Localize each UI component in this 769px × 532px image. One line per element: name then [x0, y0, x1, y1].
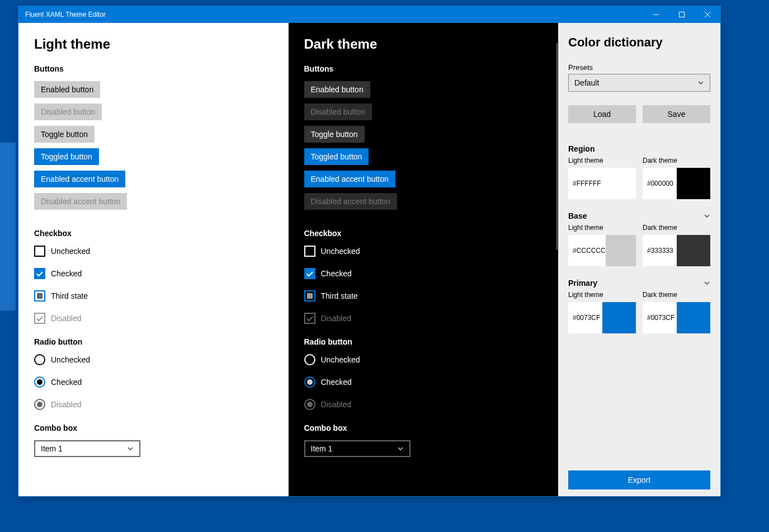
enabled-accent-button[interactable]: Enabled accent button — [304, 171, 395, 187]
radio-checked[interactable]: Checked — [304, 376, 543, 388]
checkbox-third-icon — [34, 290, 45, 302]
checkbox-unchecked[interactable]: Unchecked — [304, 246, 543, 257]
color-chip — [602, 302, 636, 333]
color-dictionary-title: Color dictionary — [568, 35, 710, 50]
enabled-accent-button[interactable]: Enabled accent button — [34, 171, 125, 187]
window-title: Fluent XAML Theme Editor — [18, 11, 643, 18]
checkbox-checked-icon — [34, 268, 45, 279]
chevron-down-icon — [127, 445, 134, 452]
checkbox-checked[interactable]: Checked — [304, 268, 543, 279]
combo-selected: Item 1 — [311, 444, 333, 453]
radio-label: Checked — [51, 378, 82, 387]
export-button[interactable]: Export — [568, 470, 710, 489]
app-window: Fluent XAML Theme Editor Light theme But… — [18, 6, 721, 497]
color-dictionary-panel: Color dictionary Presets Default Load Sa… — [558, 23, 720, 496]
radio-checked[interactable]: Checked — [34, 376, 273, 388]
radio-checked-icon — [304, 376, 315, 388]
primary-dark-label: Dark theme — [643, 291, 710, 299]
combo-box[interactable]: Item 1 — [34, 440, 140, 457]
dark-theme-title: Dark theme — [304, 36, 543, 52]
radio-unchecked[interactable]: Unchecked — [304, 354, 543, 365]
chevron-down-icon — [704, 213, 710, 219]
section-checkbox: Checkbox — [34, 229, 273, 238]
enabled-button[interactable]: Enabled button — [304, 81, 370, 98]
radio-icon — [34, 354, 45, 365]
checkbox-label: Third state — [321, 291, 358, 300]
svg-rect-1 — [680, 12, 685, 17]
radio-disabled-icon — [34, 399, 45, 410]
close-button[interactable] — [695, 6, 720, 23]
section-buttons: Buttons — [34, 64, 273, 73]
region-light-label: Light theme — [568, 157, 636, 164]
radio-label: Disabled — [51, 400, 81, 409]
checkbox-label: Disabled — [321, 314, 351, 323]
radio-label: Unchecked — [321, 355, 360, 364]
primary-light-swatch[interactable]: #0073CF — [568, 302, 636, 333]
base-light-label: Light theme — [568, 224, 636, 232]
checkbox-disabled: Disabled — [304, 313, 543, 324]
region-dark-swatch[interactable]: #000000 — [643, 168, 710, 199]
checkbox-unchecked[interactable]: Unchecked — [34, 246, 273, 257]
checkbox-disabled: Disabled — [34, 313, 273, 324]
disabled-button: Disabled button — [34, 103, 102, 120]
section-buttons: Buttons — [304, 64, 543, 73]
checkbox-label: Disabled — [51, 314, 81, 323]
base-heading[interactable]: Base — [568, 211, 710, 220]
checkbox-checked[interactable]: Checked — [34, 268, 273, 279]
region-dark-label: Dark theme — [643, 157, 710, 164]
maximize-button[interactable] — [669, 6, 695, 23]
checkbox-label: Unchecked — [51, 247, 90, 256]
presets-select[interactable]: Default — [568, 74, 710, 92]
radio-disabled-icon — [304, 399, 315, 410]
region-light-swatch[interactable]: #FFFFFF — [568, 168, 636, 199]
toggled-button[interactable]: Toggled button — [304, 148, 369, 165]
save-button[interactable]: Save — [643, 105, 710, 123]
load-button[interactable]: Load — [568, 105, 636, 123]
chevron-down-icon — [397, 445, 404, 452]
chevron-down-icon — [704, 280, 710, 286]
minimize-button[interactable] — [643, 6, 669, 23]
checkbox-icon — [34, 246, 45, 257]
checkbox-disabled-icon — [304, 313, 315, 324]
checkbox-label: Third state — [51, 291, 88, 300]
checkbox-third[interactable]: Third state — [304, 290, 543, 302]
disabled-accent-button: Disabled accent button — [304, 193, 397, 210]
base-light-swatch[interactable]: #CCCCCC — [568, 235, 636, 266]
checkbox-icon — [304, 246, 315, 257]
radio-unchecked[interactable]: Unchecked — [34, 354, 273, 365]
disabled-button: Disabled button — [304, 103, 372, 120]
checkbox-third-icon — [304, 290, 315, 302]
base-dark-swatch[interactable]: #333333 — [643, 235, 710, 266]
radio-label: Checked — [321, 378, 352, 387]
checkbox-label: Checked — [321, 269, 352, 278]
base-dark-label: Dark theme — [643, 224, 710, 232]
dark-theme-panel: Dark theme Buttons Enabled button Disabl… — [289, 23, 559, 496]
presets-label: Presets — [568, 63, 710, 72]
toggled-button[interactable]: Toggled button — [34, 148, 99, 165]
checkbox-label: Checked — [51, 269, 82, 278]
checkbox-third[interactable]: Third state — [34, 290, 273, 302]
titlebar: Fluent XAML Theme Editor — [18, 6, 720, 23]
checkbox-checked-icon — [304, 268, 315, 279]
enabled-button[interactable]: Enabled button — [34, 81, 100, 98]
combo-box[interactable]: Item 1 — [304, 440, 411, 457]
radio-label: Disabled — [321, 400, 351, 409]
combo-selected: Item 1 — [41, 444, 63, 453]
primary-light-label: Light theme — [568, 291, 636, 299]
color-chip — [677, 168, 711, 199]
toggle-button[interactable]: Toggle button — [304, 126, 365, 143]
disabled-accent-button: Disabled accent button — [34, 193, 127, 210]
radio-disabled: Disabled — [34, 399, 273, 410]
checkbox-disabled-icon — [34, 313, 45, 324]
radio-checked-icon — [34, 376, 45, 388]
primary-dark-swatch[interactable]: #0073CF — [643, 302, 710, 333]
radio-icon — [304, 354, 315, 365]
toggle-button[interactable]: Toggle button — [34, 126, 95, 143]
section-radio: Radio button — [34, 337, 273, 346]
color-chip — [677, 235, 711, 266]
color-chip — [677, 302, 711, 333]
primary-heading[interactable]: Primary — [568, 279, 710, 288]
radio-label: Unchecked — [51, 355, 90, 364]
light-theme-panel: Light theme Buttons Enabled button Disab… — [18, 23, 289, 496]
section-checkbox: Checkbox — [304, 229, 543, 238]
